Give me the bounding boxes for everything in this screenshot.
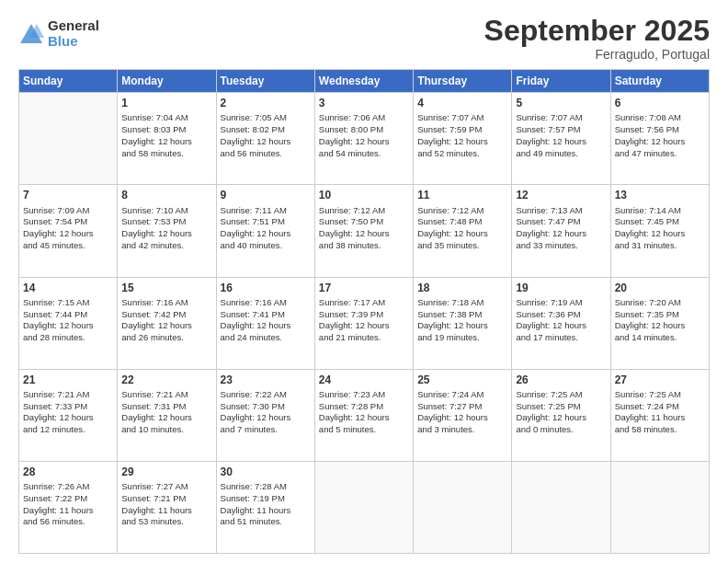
header-row: SundayMondayTuesdayWednesdayThursdayFrid…	[19, 70, 710, 93]
day-info-line: Daylight: 12 hours	[121, 228, 211, 240]
day-number: 11	[417, 188, 507, 202]
calendar-cell: 7Sunrise: 7:09 AMSunset: 7:54 PMDaylight…	[19, 185, 118, 277]
day-info-line: Daylight: 11 hours	[121, 505, 211, 517]
day-number: 5	[516, 96, 606, 110]
day-number: 23	[221, 373, 311, 387]
calendar-cell	[414, 461, 512, 553]
day-info-line: Sunset: 7:19 PM	[221, 493, 311, 505]
calendar-cell: 12Sunrise: 7:13 AMSunset: 7:47 PMDayligh…	[512, 185, 610, 277]
day-info-line: Sunrise: 7:04 AM	[121, 112, 211, 124]
day-info-line: Daylight: 12 hours	[121, 412, 211, 424]
day-info-line: and 40 minutes.	[221, 240, 311, 252]
day-info-line: and 38 minutes.	[319, 240, 409, 252]
calendar-cell: 10Sunrise: 7:12 AMSunset: 7:50 PMDayligh…	[314, 185, 413, 277]
calendar-cell: 13Sunrise: 7:14 AMSunset: 7:45 PMDayligh…	[610, 185, 709, 277]
calendar-cell: 19Sunrise: 7:19 AMSunset: 7:36 PMDayligh…	[512, 277, 610, 369]
day-info-line: Sunrise: 7:06 AM	[319, 112, 409, 124]
day-info-line: Daylight: 12 hours	[221, 228, 311, 240]
day-info-line: and 42 minutes.	[121, 240, 211, 252]
calendar-cell	[314, 461, 413, 553]
calendar-cell: 2Sunrise: 7:05 AMSunset: 8:02 PMDaylight…	[216, 93, 314, 185]
day-header-monday: Monday	[118, 70, 216, 93]
calendar-cell: 16Sunrise: 7:16 AMSunset: 7:41 PMDayligh…	[216, 277, 314, 369]
day-info-line: and 21 minutes.	[319, 332, 409, 344]
calendar-cell: 8Sunrise: 7:10 AMSunset: 7:53 PMDaylight…	[118, 185, 216, 277]
day-info-line: Sunset: 7:56 PM	[615, 124, 705, 136]
day-info-line: Daylight: 12 hours	[516, 320, 606, 332]
day-info-line: Sunrise: 7:13 AM	[516, 205, 606, 217]
calendar-cell: 22Sunrise: 7:21 AMSunset: 7:31 PMDayligh…	[118, 369, 216, 461]
day-info-line: Sunrise: 7:16 AM	[121, 297, 211, 309]
day-info-line: Sunrise: 7:10 AM	[121, 205, 211, 217]
day-info-line: Sunrise: 7:16 AM	[221, 297, 311, 309]
day-info-line: and 58 minutes.	[121, 148, 211, 160]
month-title: September 2025	[484, 15, 710, 47]
day-number: 30	[221, 465, 311, 479]
day-info-line: Sunrise: 7:11 AM	[221, 205, 311, 217]
day-info-line: Sunrise: 7:17 AM	[319, 297, 409, 309]
day-number: 28	[23, 465, 113, 479]
day-info-line: Sunset: 8:02 PM	[221, 124, 311, 136]
header: General Blue September 2025 Ferragudo, P…	[18, 15, 710, 62]
day-info-line: Sunset: 7:44 PM	[23, 309, 113, 321]
day-number: 6	[615, 96, 705, 110]
day-info-line: Sunset: 7:21 PM	[121, 493, 211, 505]
day-info-line: and 10 minutes.	[121, 424, 211, 436]
calendar-cell: 1Sunrise: 7:04 AMSunset: 8:03 PMDaylight…	[118, 93, 216, 185]
calendar-cell: 9Sunrise: 7:11 AMSunset: 7:51 PMDaylight…	[216, 185, 314, 277]
day-info-line: Sunset: 7:30 PM	[221, 401, 311, 413]
day-info-line: Sunset: 7:28 PM	[319, 401, 409, 413]
day-info-line: Sunrise: 7:25 AM	[615, 389, 705, 401]
day-info-line: Sunset: 8:03 PM	[121, 124, 211, 136]
day-info-line: Sunset: 7:42 PM	[121, 309, 211, 321]
calendar-cell: 5Sunrise: 7:07 AMSunset: 7:57 PMDaylight…	[512, 93, 610, 185]
day-info-line: and 58 minutes.	[615, 424, 705, 436]
day-info-line: Daylight: 12 hours	[516, 136, 606, 148]
week-row-4: 21Sunrise: 7:21 AMSunset: 7:33 PMDayligh…	[19, 369, 710, 461]
day-info-line: Sunset: 8:00 PM	[319, 124, 409, 136]
day-info-line: Sunset: 7:51 PM	[221, 216, 311, 228]
day-number: 14	[23, 281, 113, 295]
day-number: 25	[417, 373, 507, 387]
week-row-1: 1Sunrise: 7:04 AMSunset: 8:03 PMDaylight…	[19, 93, 710, 185]
day-info-line: Daylight: 12 hours	[23, 320, 113, 332]
title-block: September 2025 Ferragudo, Portugal	[484, 15, 710, 62]
calendar-cell: 23Sunrise: 7:22 AMSunset: 7:30 PMDayligh…	[216, 369, 314, 461]
calendar-cell: 28Sunrise: 7:26 AMSunset: 7:22 PMDayligh…	[19, 461, 118, 553]
day-info-line: Daylight: 12 hours	[417, 320, 507, 332]
day-number: 3	[319, 96, 409, 110]
day-info-line: Sunset: 7:27 PM	[417, 401, 507, 413]
day-info-line: Daylight: 12 hours	[319, 136, 409, 148]
day-info-line: Daylight: 12 hours	[516, 228, 606, 240]
day-info-line: Daylight: 12 hours	[319, 320, 409, 332]
day-info-line: Daylight: 12 hours	[221, 412, 311, 424]
day-info-line: Sunrise: 7:09 AM	[23, 205, 113, 217]
day-info-line: Daylight: 12 hours	[615, 136, 705, 148]
day-info-line: Sunset: 7:59 PM	[417, 124, 507, 136]
day-info-line: Sunset: 7:22 PM	[23, 493, 113, 505]
day-info-line: Sunset: 7:33 PM	[23, 401, 113, 413]
day-info-line: and 35 minutes.	[417, 240, 507, 252]
day-number: 1	[121, 96, 211, 110]
day-info-line: and 28 minutes.	[23, 332, 113, 344]
day-info-line: Daylight: 12 hours	[23, 228, 113, 240]
calendar-body: 1Sunrise: 7:04 AMSunset: 8:03 PMDaylight…	[19, 93, 710, 554]
day-info-line: and 49 minutes.	[516, 148, 606, 160]
day-info-line: Sunset: 7:47 PM	[516, 216, 606, 228]
day-info-line: Daylight: 12 hours	[615, 320, 705, 332]
day-info-line: Sunset: 7:41 PM	[221, 309, 311, 321]
day-number: 21	[23, 373, 113, 387]
day-info-line: Sunrise: 7:12 AM	[417, 205, 507, 217]
calendar-cell: 17Sunrise: 7:17 AMSunset: 7:39 PMDayligh…	[314, 277, 413, 369]
day-number: 20	[615, 281, 705, 295]
day-info-line: Daylight: 12 hours	[221, 320, 311, 332]
logo: General Blue	[18, 18, 99, 49]
day-info-line: and 7 minutes.	[221, 424, 311, 436]
calendar-cell: 26Sunrise: 7:25 AMSunset: 7:25 PMDayligh…	[512, 369, 610, 461]
day-info-line: Sunrise: 7:15 AM	[23, 297, 113, 309]
day-info-line: Sunrise: 7:21 AM	[121, 389, 211, 401]
day-header-wednesday: Wednesday	[314, 70, 413, 93]
day-info-line: Sunset: 7:38 PM	[417, 309, 507, 321]
day-info-line: Daylight: 11 hours	[615, 412, 705, 424]
day-number: 13	[615, 188, 705, 202]
